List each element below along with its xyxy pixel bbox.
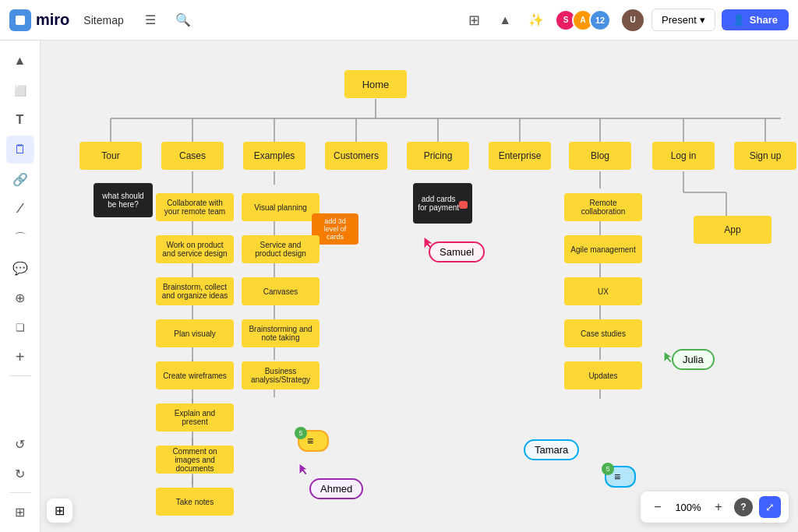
zoom-in-button[interactable]: + <box>709 498 728 516</box>
share-button[interactable]: 👤 Share <box>722 9 789 30</box>
zoom-out-button[interactable]: − <box>648 498 667 516</box>
canvas[interactable]: Home Tour Cases Examples Customers Prici… <box>41 41 798 532</box>
node-app[interactable]: App <box>694 216 772 244</box>
samuel-label: Samuel <box>429 241 485 262</box>
node-enterprise[interactable]: Enterprise <box>489 142 551 170</box>
node-cases-5[interactable]: Create wireframes <box>156 361 234 389</box>
ahmed-chat: 5 ≡ <box>298 430 329 452</box>
connection-lines <box>41 41 798 532</box>
sidebar-item-shapes[interactable]: ⌒ <box>6 224 34 252</box>
node-examples-3[interactable]: Canvases <box>242 277 320 305</box>
node-pricing[interactable]: Pricing <box>407 142 469 170</box>
miro-logo-text: miro <box>36 11 69 29</box>
node-cases-3[interactable]: Brainstorm, collect and organize ideas <box>156 277 234 305</box>
node-cases-7[interactable]: Comment on images and documents <box>156 446 234 474</box>
sidebar-item-pen[interactable]: ∕ <box>6 195 34 223</box>
header-left: miro Sitemap ☰ 🔍 <box>9 8 196 33</box>
node-home[interactable]: Home <box>344 70 407 98</box>
node-signup[interactable]: Sign up <box>734 142 796 170</box>
avatar-count: 12 <box>589 9 611 31</box>
node-cases-2[interactable]: Work on product and service design <box>156 235 234 263</box>
bottom-tool[interactable]: ⊞ <box>47 499 72 523</box>
node-cases[interactable]: Cases <box>161 142 224 170</box>
node-cases-6[interactable]: Explain and present <box>156 403 234 432</box>
sidebar-item-crop[interactable]: ⊕ <box>6 284 34 312</box>
sidebar-item-comment[interactable]: 💬 <box>6 254 34 282</box>
sidebar-item-undo[interactable]: ↺ <box>6 430 34 458</box>
node-blog-4[interactable]: Case studies <box>564 319 642 347</box>
node-blog-2[interactable]: Agile management <box>564 235 642 263</box>
header: miro Sitemap ☰ 🔍 ⊞ ▲ ✨ S A 12 U Present … <box>0 0 798 41</box>
sidebar-divider <box>9 375 31 376</box>
node-cases-1[interactable]: Collaborate with your remote team <box>156 193 234 221</box>
ahmed-label: Ahmed <box>309 478 363 499</box>
present-button[interactable]: Present ▾ <box>651 9 715 31</box>
miro-logo: miro <box>9 9 69 31</box>
tamara-label: Tamara <box>524 439 579 460</box>
ahmed-chat-count: 5 <box>295 427 307 439</box>
search-icon[interactable]: 🔍 <box>171 8 196 33</box>
help-button[interactable]: ? <box>734 498 753 516</box>
sidebar-divider-2 <box>9 492 31 493</box>
sidebar-item-templates[interactable]: ❏ <box>6 313 34 341</box>
sidebar-item-grid[interactable]: ⊞ <box>6 498 34 526</box>
tamara-chat-count: 5 <box>602 463 614 475</box>
avatars-group: S A 12 <box>555 9 611 31</box>
node-login[interactable]: Log in <box>652 142 715 170</box>
node-blog-1[interactable]: Remote collaboration <box>564 193 642 221</box>
node-examples[interactable]: Examples <box>243 142 305 170</box>
node-blog[interactable]: Blog <box>569 142 631 170</box>
sidebar-item-redo[interactable]: ↻ <box>6 460 34 488</box>
sidebar-item-text[interactable]: T <box>6 106 34 134</box>
sidebar-item-add[interactable]: + <box>6 343 34 371</box>
sidebar-item-connect[interactable]: 🔗 <box>6 165 34 193</box>
node-cases-8[interactable]: Take notes <box>156 488 234 516</box>
node-tour[interactable]: Tour <box>79 142 142 170</box>
node-blog-3[interactable]: UX <box>564 277 642 305</box>
menu-icon[interactable]: ☰ <box>138 8 163 33</box>
miro-icon <box>9 9 31 31</box>
node-examples-4[interactable]: Brainstorming and note taking <box>242 319 320 347</box>
avatar-main: U <box>620 8 645 33</box>
node-pricing-sticky[interactable]: add cards for payment <box>413 183 472 224</box>
sidebar-item-sticky[interactable]: 🗒 <box>6 136 34 164</box>
magic-icon[interactable]: ✨ <box>524 8 549 33</box>
node-examples-2[interactable]: Service and product design <box>242 235 320 263</box>
sidebar-item-frames[interactable]: ⬜ <box>6 76 34 104</box>
node-examples-5[interactable]: Business analysis/Strategy <box>242 361 320 389</box>
node-examples-1[interactable]: Visual planning <box>242 193 320 221</box>
julia-label: Julia <box>672 349 715 370</box>
node-customers[interactable]: Customers <box>325 142 387 170</box>
cursor-icon[interactable]: ▲ <box>493 8 517 33</box>
miro-icon-inner <box>16 16 25 25</box>
grid-icon[interactable]: ⊞ <box>461 8 486 33</box>
header-right: ⊞ ▲ ✨ S A 12 U Present ▾ 👤 Share <box>461 8 789 33</box>
fit-button[interactable]: ⤢ <box>759 496 781 518</box>
sidebar-item-select[interactable]: ▲ <box>6 47 34 75</box>
node-tour-sticky[interactable]: what should be here? <box>94 183 153 217</box>
node-blog-5[interactable]: Updates <box>564 361 642 389</box>
sitemap-label[interactable]: Sitemap <box>77 11 129 30</box>
zoom-controls: − 100% + ? ⤢ <box>641 491 789 523</box>
sidebar: ▲ ⬜ T 🗒 🔗 ∕ ⌒ 💬 ⊕ ❏ + ↺ ↻ ⊞ <box>0 41 41 532</box>
node-cases-4[interactable]: Plan visualy <box>156 319 234 347</box>
zoom-level: 100% <box>673 502 703 513</box>
